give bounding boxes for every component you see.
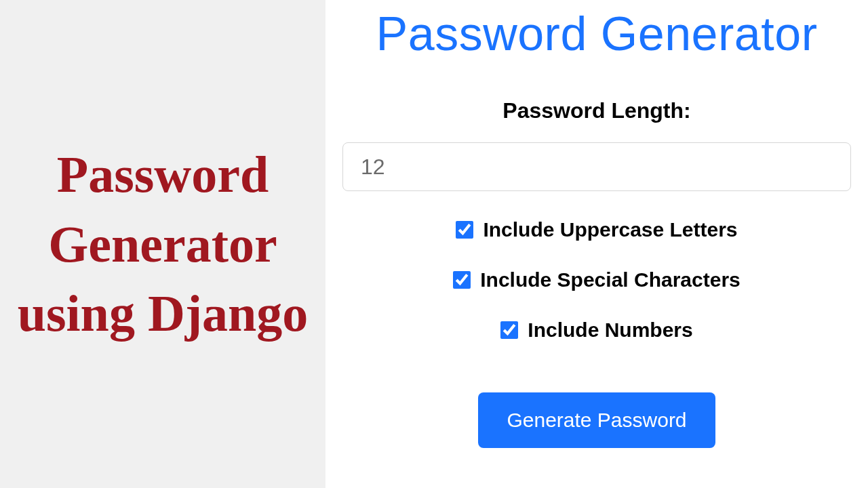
special-checkbox[interactable] — [453, 271, 471, 289]
numbers-label: Include Numbers — [528, 319, 692, 342]
left-panel: Password Generator using Django — [0, 0, 326, 488]
generate-password-button[interactable]: Generate Password — [478, 392, 715, 448]
uppercase-checkbox[interactable] — [456, 221, 473, 239]
option-uppercase: Include Uppercase Letters — [456, 218, 737, 241]
password-length-label: Password Length: — [502, 98, 690, 123]
uppercase-label: Include Uppercase Letters — [483, 218, 737, 241]
option-numbers: Include Numbers — [500, 319, 692, 342]
special-label: Include Special Characters — [480, 268, 741, 291]
numbers-checkbox[interactable] — [500, 321, 518, 339]
left-panel-title: Password Generator using Django — [7, 140, 319, 348]
right-panel: Password Generator Password Length: Incl… — [326, 0, 868, 488]
page-title: Password Generator — [376, 7, 818, 61]
option-special: Include Special Characters — [453, 268, 741, 291]
password-length-input[interactable] — [342, 142, 851, 191]
